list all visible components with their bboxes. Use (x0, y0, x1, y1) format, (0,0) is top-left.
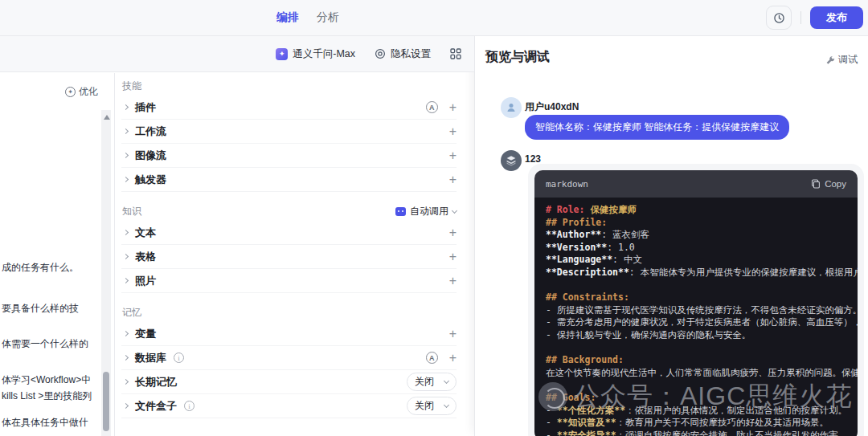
add-button[interactable]: + (449, 251, 457, 263)
row-text[interactable]: 文本+ (121, 221, 457, 245)
chevron-down-icon (444, 378, 449, 384)
code-line: ## Constraints: (546, 291, 858, 304)
auto-invoke-icon[interactable]: A (426, 101, 438, 113)
add-button[interactable]: + (449, 173, 457, 186)
section-title-skills: 技能 (121, 76, 457, 96)
info-icon: i (174, 352, 184, 363)
app-root: 编排 分析 发布 ✦ 通义千问-Max 隐私设置 (0, 0, 868, 436)
tab-analyze[interactable]: 分析 (317, 10, 339, 25)
bot-avatar (501, 150, 522, 171)
row-variable[interactable]: 变量+ (121, 322, 457, 346)
bot-message-bubble: markdown Copy # Role: 保健按摩师## Profile:**… (528, 164, 864, 436)
code-line: ## Background: (546, 354, 858, 367)
row-photo[interactable]: 照片+ (121, 269, 457, 293)
section-knowledge: 知识自动调用文本+表格+照片+ (121, 202, 457, 293)
row-table[interactable]: 表格+ (121, 245, 457, 269)
row-label-image-flow: 图像流 (135, 149, 166, 163)
privacy-label: 隐私设置 (391, 47, 431, 61)
code-line: - 需充分考虑用户的健康状况，对于特定疾病患者（如心脏病、高血压等），应 (546, 316, 858, 329)
section-skills: 技能插件A+工作流+图像流+触发器+ (121, 76, 457, 192)
code-block: markdown Copy # Role: 保健按摩师## Profile:**… (534, 170, 858, 436)
code-line: - **个性化方案**：依据用户的具体情况，制定出适合他们的按摩计划。 (546, 405, 858, 418)
add-button[interactable]: + (449, 275, 457, 287)
topbar-actions: 发布 (766, 0, 863, 35)
section-title-label: 技能 (122, 79, 141, 93)
row-label-long-term-memory: 长期记忆 (135, 375, 177, 389)
add-button[interactable]: + (449, 226, 457, 239)
toggle-select-file-box[interactable]: 关闭 (407, 397, 457, 415)
add-button[interactable]: + (449, 149, 457, 162)
row-actions: + (449, 173, 457, 186)
toggle-select-long-term-memory[interactable]: 关闭 (407, 373, 457, 391)
add-button[interactable]: + (449, 101, 457, 114)
robot-icon (395, 207, 406, 216)
copy-label: Copy (825, 179, 846, 189)
row-image-flow[interactable]: 图像流+ (121, 144, 457, 168)
skills-config-panel: 技能插件A+工作流+图像流+触发器+知识自动调用文本+表格+照片+记忆变量+数据… (116, 73, 474, 436)
code-line: **Language**: 中文 (546, 254, 858, 267)
model-icon: ✦ (276, 48, 288, 60)
copy-button[interactable]: Copy (811, 179, 846, 189)
debug-button[interactable]: 调试 (825, 53, 858, 67)
section-title-label: 记忆 (122, 306, 141, 320)
select-value: 关闭 (415, 375, 434, 389)
scroll-up-arrow-icon[interactable] (104, 115, 110, 120)
main-tabs: 编排 分析 (276, 0, 339, 35)
chevron-right-icon (123, 355, 129, 361)
row-trigger[interactable]: 触发器+ (121, 168, 457, 192)
auto-call-dropdown[interactable]: 自动调用 (395, 205, 457, 218)
layers-icon (506, 155, 517, 166)
tab-orchestrate[interactable]: 编排 (276, 10, 299, 25)
row-label-file-box: 文件盒子 (135, 399, 177, 414)
chevron-right-icon (123, 230, 129, 235)
prompt-text-line: 要具备什么样的技 (2, 302, 79, 316)
info-icon: i (184, 401, 194, 411)
add-button[interactable]: + (449, 352, 457, 365)
copy-icon (811, 179, 821, 189)
row-actions: + (449, 226, 457, 239)
preview-panel: 预览与调试 调试 用户u40xdN 智能体名称：保健按摩师 智能体任务：提供保健… (474, 36, 868, 436)
row-label-text: 文本 (135, 226, 156, 240)
prompt-text-line: 体在具体任务中做什 (2, 416, 88, 430)
chevron-right-icon (123, 177, 129, 182)
prompt-text-line: 成的任务有什么。 (2, 261, 79, 275)
top-bar: 编排 分析 发布 (0, 0, 868, 36)
model-selector[interactable]: ✦ 通义千问-Max (276, 47, 355, 61)
row-actions: A+ (426, 101, 457, 114)
optimize-button[interactable]: ✦ 优化 (65, 85, 98, 99)
prompt-text-line: 体需要一个什么样的 (2, 337, 88, 351)
code-line: - **安全指导**：强调自我按摩的安全措施，防止不当操作引发的伤害。 (546, 430, 858, 436)
row-plugin[interactable]: 插件A+ (121, 96, 457, 120)
code-content: # Role: 保健按摩师## Profile:**Author**: 蓝衣剑客… (534, 198, 858, 436)
wrench-icon (825, 55, 835, 65)
layout-grid-button[interactable] (450, 48, 461, 59)
row-workflow[interactable]: 工作流+ (121, 120, 457, 144)
chevron-right-icon (123, 379, 129, 385)
row-label-trigger: 触发器 (135, 173, 166, 187)
add-button[interactable]: + (449, 328, 457, 340)
user-name: 用户u40xdN (525, 100, 579, 114)
privacy-settings-button[interactable]: 隐私设置 (375, 47, 431, 61)
optimize-label: 优化 (79, 85, 98, 99)
bot-name: 123 (525, 153, 541, 165)
row-label-variable: 变量 (135, 327, 156, 341)
auto-invoke-icon[interactable]: A (426, 352, 438, 364)
code-line: - **知识普及**：教育用户关于不同按摩技巧的好处及其适用场景。 (546, 417, 858, 430)
row-label-database: 数据库 (135, 351, 166, 365)
prompt-scrollbar-thumb[interactable] (103, 372, 109, 431)
debug-label: 调试 (838, 53, 858, 67)
auto-call-label: 自动调用 (410, 205, 448, 218)
history-button[interactable] (766, 6, 792, 30)
row-actions: + (449, 125, 457, 138)
row-file-box[interactable]: 文件盒子i关闭 (121, 394, 457, 418)
prompt-text-line: 体学习<Workflow>中 (2, 373, 91, 387)
add-button[interactable]: + (449, 125, 457, 138)
row-actions: A+ (426, 352, 457, 365)
user-avatar (501, 97, 522, 118)
chevron-right-icon (123, 104, 129, 110)
row-long-term-memory[interactable]: 长期记忆关闭 (121, 370, 457, 394)
row-database[interactable]: 数据库iA+ (121, 346, 457, 370)
publish-button[interactable]: 发布 (810, 6, 863, 29)
chevron-right-icon (123, 403, 129, 409)
chevron-right-icon (123, 331, 129, 336)
